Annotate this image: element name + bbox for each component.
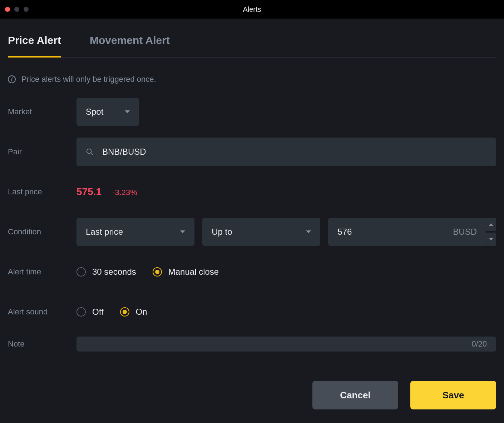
info-icon: i xyxy=(8,75,16,83)
radio-alert-sound-off[interactable]: Off xyxy=(76,307,104,317)
chevron-down-icon xyxy=(125,110,130,113)
svg-line-1 xyxy=(91,153,93,155)
footer-buttons: Cancel Save xyxy=(312,381,496,409)
value-spinner xyxy=(486,218,496,246)
close-window-button[interactable] xyxy=(5,7,10,12)
tab-movement-alert[interactable]: Movement Alert xyxy=(90,34,170,57)
condition-direction-value: Up to xyxy=(212,227,232,237)
condition-type-select[interactable]: Last price xyxy=(76,218,194,246)
tab-price-alert[interactable]: Price Alert xyxy=(8,34,61,57)
condition-type-value: Last price xyxy=(86,227,123,237)
row-last-price: Last price 575.1 -3.23% xyxy=(8,172,496,212)
label-note: Note xyxy=(8,339,76,349)
market-select[interactable]: Spot xyxy=(76,98,139,126)
content-area: Price Alert Movement Alert i Price alert… xyxy=(0,19,504,423)
search-icon xyxy=(86,148,94,156)
spinner-down-button[interactable] xyxy=(486,233,496,246)
pair-input[interactable] xyxy=(102,147,487,157)
row-condition: Condition Last price Up to BUSD xyxy=(8,212,496,252)
row-market: Market Spot xyxy=(8,92,496,132)
last-price-value: 575.1 xyxy=(76,186,102,198)
chevron-up-icon xyxy=(489,223,493,226)
radio-label-off: Off xyxy=(92,307,104,317)
condition-value-field[interactable]: BUSD xyxy=(328,218,486,246)
window-title: Alerts xyxy=(243,5,261,14)
radio-icon xyxy=(76,267,86,277)
cancel-button[interactable]: Cancel xyxy=(312,381,398,409)
label-last-price: Last price xyxy=(8,187,76,196)
save-button[interactable]: Save xyxy=(410,381,496,409)
row-alert-time: Alert time 30 seconds Manual close xyxy=(8,252,496,292)
info-notice: i Price alerts will only be triggered on… xyxy=(8,58,496,92)
row-note: Note 0/20 xyxy=(8,332,496,356)
zoom-window-button[interactable] xyxy=(24,7,29,12)
radio-label-30s: 30 seconds xyxy=(92,267,136,277)
radio-label-manual: Manual close xyxy=(168,267,219,277)
note-input[interactable]: 0/20 xyxy=(76,337,496,352)
tabs-bar: Price Alert Movement Alert xyxy=(8,19,496,58)
row-alert-sound: Alert sound Off On xyxy=(8,292,496,332)
scrollbar[interactable] xyxy=(500,37,503,423)
alert-time-group: 30 seconds Manual close xyxy=(76,267,219,277)
alert-form: Market Spot Pair xyxy=(8,92,496,356)
svg-point-0 xyxy=(87,149,92,154)
pair-search[interactable] xyxy=(76,138,496,166)
minimize-window-button[interactable] xyxy=(14,7,19,12)
label-condition: Condition xyxy=(8,227,76,237)
label-alert-sound: Alert sound xyxy=(8,307,76,317)
radio-icon xyxy=(153,267,162,277)
label-alert-time: Alert time xyxy=(8,267,76,277)
chevron-down-icon xyxy=(489,238,493,240)
radio-alert-sound-on[interactable]: On xyxy=(120,307,147,317)
alert-sound-group: Off On xyxy=(76,307,147,317)
last-price-change: -3.23% xyxy=(112,188,137,197)
window-controls xyxy=(5,7,29,12)
radio-label-on: On xyxy=(136,307,147,317)
radio-icon xyxy=(120,307,129,317)
radio-alert-time-30s[interactable]: 30 seconds xyxy=(76,267,136,277)
condition-value-input[interactable] xyxy=(337,227,444,237)
radio-alert-time-manual[interactable]: Manual close xyxy=(153,267,219,277)
note-counter: 0/20 xyxy=(471,339,487,349)
spinner-up-button[interactable] xyxy=(486,218,496,231)
row-pair: Pair xyxy=(8,132,496,172)
radio-icon xyxy=(76,307,86,317)
label-market: Market xyxy=(8,107,76,116)
label-pair: Pair xyxy=(8,147,76,156)
info-text: Price alerts will only be triggered once… xyxy=(21,75,156,84)
condition-value-wrap: BUSD xyxy=(328,218,496,246)
condition-unit: BUSD xyxy=(453,227,477,237)
last-price-display: 575.1 -3.23% xyxy=(76,186,137,198)
title-bar: Alerts xyxy=(0,0,504,19)
condition-direction-select[interactable]: Up to xyxy=(202,218,320,246)
chevron-down-icon xyxy=(180,230,185,233)
market-select-value: Spot xyxy=(86,107,103,117)
chevron-down-icon xyxy=(306,230,311,233)
